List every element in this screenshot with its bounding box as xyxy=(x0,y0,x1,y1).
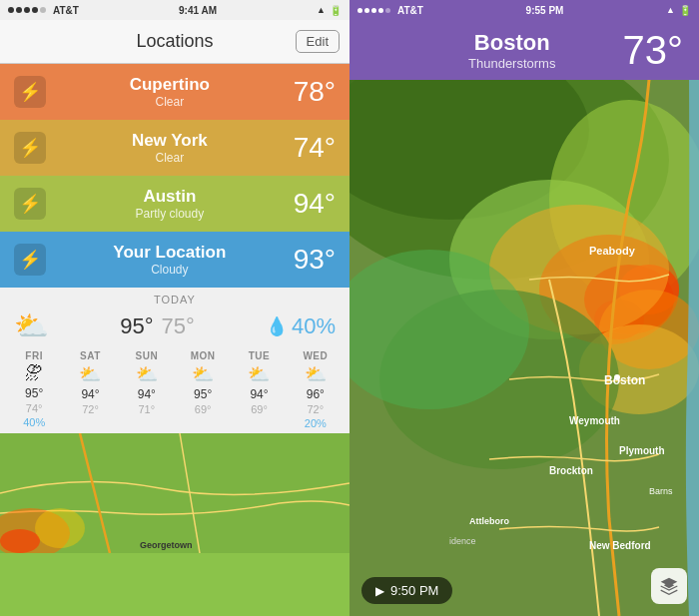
forecast-icon-tue: ⛅ xyxy=(248,363,270,385)
newyork-info: New York Clear xyxy=(46,131,294,165)
yourlocation-info: Your Location Cloudy xyxy=(46,243,294,277)
today-low: 75° xyxy=(161,313,194,339)
forecast-day-wed: WED ⛅ 96° 72° 20% xyxy=(288,350,344,429)
right-status-right: ▲ 🔋 xyxy=(666,5,691,16)
forecast-low-tue: 69° xyxy=(251,403,268,415)
forecast-low-sat: 72° xyxy=(82,403,99,415)
left-status-right: ▲ 🔋 xyxy=(317,5,342,16)
svg-text:Brockton: Brockton xyxy=(549,465,593,476)
yourlocation-temp: 93° xyxy=(294,244,336,276)
right-location-icon: ▲ xyxy=(666,5,675,15)
left-carrier: AT&T xyxy=(53,5,79,16)
edit-button[interactable]: Edit xyxy=(296,30,340,53)
right-city-info: Boston Thunderstorms xyxy=(401,30,623,71)
playback-time: 9:50 PM xyxy=(390,583,438,598)
left-map: Georgetown xyxy=(0,433,350,616)
newyork-temp: 74° xyxy=(294,132,336,164)
left-status-bar: AT&T 9:41 AM ▲ 🔋 xyxy=(0,0,350,20)
svg-text:Georgetown: Georgetown xyxy=(140,540,193,550)
forecast-day-sat: SAT ⛅ 94° 72° - xyxy=(62,350,118,429)
forecast-row: FRI ⛈ 95° 74° 40% SAT ⛅ 94° 72° - SUN ⛅ … xyxy=(0,346,350,433)
forecast-high-wed: 96° xyxy=(307,387,325,401)
today-high: 95° xyxy=(120,313,153,339)
right-status-left: AT&T xyxy=(357,5,423,16)
radar-svg: Peabody Boston Weymouth Brockton Plymout… xyxy=(350,80,699,616)
location-icon: ▲ xyxy=(317,5,326,15)
svg-text:Attleboro: Attleboro xyxy=(469,516,509,526)
location-row-yourlocation[interactable]: ⚡ Your Location Cloudy 93° xyxy=(0,232,350,288)
forecast-high-sat: 94° xyxy=(81,387,99,401)
svg-text:Peabody: Peabody xyxy=(589,245,636,257)
battery-icon: 🔋 xyxy=(330,5,342,16)
svg-point-3 xyxy=(0,529,40,553)
forecast-precip-sun: - xyxy=(145,417,149,429)
austin-condition: Partly cloudy xyxy=(46,207,294,221)
forecast-precip-wed: 20% xyxy=(305,417,327,429)
forecast-icon-wed: ⛅ xyxy=(305,363,327,385)
austin-info: Austin Partly cloudy xyxy=(46,187,294,221)
radar-map[interactable]: Peabody Boston Weymouth Brockton Plymout… xyxy=(350,80,699,616)
austin-bolt-icon: ⚡ xyxy=(14,188,46,220)
forecast-high-mon: 95° xyxy=(194,387,212,401)
austin-temp: 94° xyxy=(294,188,336,220)
right-header: Boston Thunderstorms 73° xyxy=(350,20,699,80)
forecast-precip-fri: 40% xyxy=(23,416,45,428)
today-precip: 💧 40% xyxy=(266,313,336,339)
forecast-label-mon: MON xyxy=(191,350,216,361)
today-section: TODAY ⛅ 95° 75° 💧 40% xyxy=(0,288,350,346)
location-row-cupertino[interactable]: ⚡ Cupertino Clear 78° xyxy=(0,64,350,120)
newyork-condition: Clear xyxy=(46,151,294,165)
forecast-high-fri: 95° xyxy=(25,386,43,400)
forecast-precip-mon: - xyxy=(201,417,205,429)
svg-point-2 xyxy=(35,508,85,548)
layers-icon xyxy=(659,576,679,596)
forecast-low-fri: 74° xyxy=(26,402,43,414)
newyork-bolt-icon: ⚡ xyxy=(14,132,46,164)
svg-text:Weymouth: Weymouth xyxy=(569,415,620,426)
svg-text:Boston: Boston xyxy=(604,373,645,387)
cupertino-info: Cupertino Clear xyxy=(46,75,294,109)
right-city-condition: Thunderstorms xyxy=(401,56,623,71)
forecast-label-sat: SAT xyxy=(80,350,101,361)
forecast-icon-mon: ⛅ xyxy=(192,363,214,385)
forecast-label-fri: FRI xyxy=(25,350,43,361)
forecast-label-sun: SUN xyxy=(136,350,159,361)
location-row-austin[interactable]: ⚡ Austin Partly cloudy 94° xyxy=(0,176,350,232)
forecast-day-sun: SUN ⛅ 94° 71° - xyxy=(119,350,175,429)
signal-dots xyxy=(8,7,46,13)
layers-button[interactable] xyxy=(651,568,687,604)
forecast-icon-fri: ⛈ xyxy=(25,363,43,384)
today-temps: 95° 75° xyxy=(120,313,195,339)
forecast-high-sun: 94° xyxy=(138,387,156,401)
forecast-low-sun: 71° xyxy=(139,403,156,415)
forecast-label-wed: WED xyxy=(303,350,328,361)
right-battery-icon: 🔋 xyxy=(679,5,691,16)
today-label: TODAY xyxy=(10,294,340,306)
right-temp: 73° xyxy=(623,28,684,73)
today-main: ⛅ 95° 75° 💧 40% xyxy=(10,309,340,342)
forecast-day-tue: TUE ⛅ 94° 69° - xyxy=(231,350,287,429)
svg-text:Barns: Barns xyxy=(649,486,673,496)
left-header: Locations Edit xyxy=(0,20,350,64)
svg-point-28 xyxy=(614,374,620,380)
yourlocation-name: Your Location xyxy=(46,243,294,263)
forecast-low-mon: 69° xyxy=(195,403,212,415)
right-signal xyxy=(357,8,390,13)
right-city-name: Boston xyxy=(401,30,623,56)
yourlocation-condition: Cloudy xyxy=(46,263,294,277)
left-time: 9:41 AM xyxy=(179,5,217,16)
forecast-precip-sat: - xyxy=(89,417,93,429)
locations-title: Locations xyxy=(136,31,213,52)
forecast-precip-tue: - xyxy=(258,417,262,429)
left-panel: AT&T 9:41 AM ▲ 🔋 Locations Edit ⚡ Cupert… xyxy=(0,0,350,616)
newyork-name: New York xyxy=(46,131,294,151)
forecast-label-tue: TUE xyxy=(249,350,271,361)
svg-text:Plymouth: Plymouth xyxy=(619,445,665,456)
cupertino-temp: 78° xyxy=(294,76,336,108)
playback-bar[interactable]: ▶ 9:50 PM xyxy=(361,577,452,604)
play-icon: ▶ xyxy=(375,584,384,598)
today-precip-value: 40% xyxy=(292,313,336,339)
forecast-icon-sat: ⛅ xyxy=(79,363,101,385)
raindrop-icon: 💧 xyxy=(266,315,288,337)
location-row-newyork[interactable]: ⚡ New York Clear 74° xyxy=(0,120,350,176)
